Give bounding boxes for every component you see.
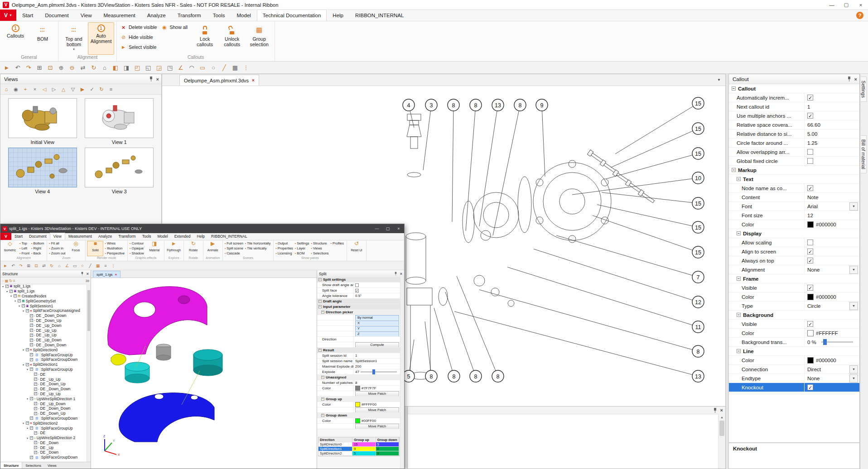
visibility-checkbox[interactable] (34, 412, 37, 415)
prop-allow-scaling[interactable]: Allow scaling (729, 238, 859, 247)
visibility-checkbox[interactable] (26, 421, 29, 425)
visibility-checkbox[interactable] (34, 388, 37, 391)
grid-icon[interactable]: ▦ (5, 279, 9, 283)
ribbon-tab-transform[interactable]: Transform (115, 233, 139, 239)
prop-next-callout-id[interactable]: Next callout id1 (729, 102, 859, 111)
expander-icon[interactable]: ▾ (22, 363, 25, 366)
structure-tab-structure[interactable]: Structure (0, 462, 22, 469)
split-group-direction-picker[interactable]: −Direction picker (317, 310, 400, 315)
prop-always-on-top[interactable]: Always on top✓ (729, 256, 859, 265)
direction-cell[interactable]: SplitDirection1 (318, 447, 352, 451)
3d-part-magenta-saddle[interactable] (108, 287, 207, 355)
prop-node-name-as-co[interactable]: Node name as co...✓ (729, 184, 859, 193)
prop-color[interactable]: Color#000000 (729, 292, 859, 302)
color-swatch[interactable] (355, 386, 360, 391)
visibility-checkbox[interactable] (30, 343, 33, 346)
slider-thumb[interactable] (372, 369, 375, 374)
split-prop-color[interactable]: Color#00FF00 (317, 418, 400, 424)
split-group-group-up[interactable]: −Group up (317, 397, 400, 402)
home-icon[interactable]: ⌂ (56, 262, 63, 269)
split-group-result[interactable]: −Result (317, 348, 400, 353)
tree-item[interactable]: ▾▣SplitSession1 (0, 303, 87, 308)
tree-item[interactable]: ▾▥SplitFaceGroupUp (0, 426, 87, 431)
tree-item[interactable]: ▾▤CreatedNodes (0, 294, 87, 299)
split-group-split-settings[interactable]: −Split settings (317, 277, 400, 282)
expand-collapse-icon[interactable]: − (318, 300, 322, 303)
zoom-in-icon[interactable]: ⊕ (56, 62, 66, 72)
play-icon[interactable]: ▶ (78, 85, 87, 94)
split-scene-button[interactable]: ▪Split scene (224, 246, 245, 251)
pointer-icon[interactable]: ► (2, 62, 12, 72)
right-button[interactable]: ▪Right (31, 246, 45, 251)
settings-icon[interactable]: ≡ (106, 85, 116, 94)
tree-item[interactable]: ▾≈UpWireSplitDirection 2 (0, 436, 87, 440)
rotate-button[interactable]: ↻Rotate (185, 241, 202, 256)
prop-content[interactable]: ContentNote (729, 193, 859, 202)
wires-button[interactable]: ▪Wires (104, 241, 126, 246)
tree-item[interactable]: ▫DE _Down_Down (0, 343, 87, 348)
split-group-input-parameter[interactable]: −Input parameter (317, 304, 400, 310)
bom-button[interactable]: ▪BOM (294, 251, 311, 256)
structure-button[interactable]: ▪Structure (310, 241, 330, 246)
expander-icon[interactable]: ▾ (10, 294, 13, 297)
prop-color[interactable]: Color#000000 (729, 356, 859, 365)
visibility-checkbox[interactable] (30, 353, 33, 356)
close-button[interactable]: × (393, 224, 404, 233)
expander-icon[interactable]: ▾ (26, 397, 29, 400)
licensing-button[interactable]: ▪Licensing (275, 251, 294, 256)
group-up-cell[interactable]: 15 (352, 442, 376, 447)
close-icon[interactable]: × (400, 272, 402, 276)
expander-icon[interactable]: ▾ (14, 299, 17, 302)
scrollbar[interactable] (87, 284, 91, 462)
expander-icon[interactable]: ▾ (26, 368, 29, 371)
checkbox[interactable]: ✓ (807, 384, 813, 390)
structure-tab-views[interactable]: Views (44, 462, 60, 469)
checkbox[interactable]: ✓ (807, 285, 813, 291)
split-prop-color[interactable]: Color#7F7F7F (317, 386, 400, 391)
prop-color[interactable]: Color#000000 (729, 220, 859, 229)
minimize-button[interactable]: — (371, 224, 382, 233)
measure-icon[interactable]: ∠ (63, 262, 71, 269)
layer-button[interactable]: ▪Layer (294, 246, 311, 251)
bom-button[interactable]: ••• •••BOM (29, 22, 56, 55)
visibility-checkbox[interactable] (30, 358, 33, 361)
group-selection-button[interactable]: ▦Group selection (246, 22, 272, 55)
rect-icon[interactable]: ▭ (71, 262, 78, 269)
slider-track[interactable] (361, 371, 397, 373)
shadow-button[interactable]: ▪Shadow (129, 251, 145, 256)
prop-relative-space-covera[interactable]: Relative space covera...66.60 (729, 120, 859, 129)
pin-icon[interactable] (847, 77, 851, 81)
checkbox[interactable]: ✓ (807, 321, 813, 327)
split-prop-move-patch[interactable]: Move Patch (317, 407, 400, 413)
expander-icon[interactable]: ▾ (26, 426, 29, 430)
settings-icon[interactable]: ≡ (13, 279, 15, 283)
checkbox[interactable] (807, 158, 813, 164)
expand-collapse-icon[interactable]: − (318, 305, 322, 308)
visibility-checkbox[interactable] (30, 416, 33, 420)
focus-button[interactable]: ◎Focus (68, 241, 84, 256)
checkbox[interactable]: ✓ (807, 249, 813, 254)
view-bottom-icon[interactable]: ◱ (143, 62, 153, 72)
visibility-checkbox[interactable] (26, 348, 29, 351)
camera-icon[interactable]: ◉ (11, 85, 20, 94)
tree-item[interactable]: ▫DE _Down_Up (0, 318, 87, 323)
ribbon-tab-document[interactable]: Document (26, 233, 50, 239)
visibility-checkbox[interactable] (34, 407, 37, 410)
tree-item[interactable]: ▾▣split_1.igs (0, 284, 87, 289)
direction-cell[interactable]: SplitDirection2 (318, 451, 352, 456)
prop-knockout[interactable]: Knockout✓ (729, 383, 859, 392)
bottom-button[interactable]: ▪Bottom (31, 241, 45, 246)
zoom-out-button[interactable]: ▪Zoom out (48, 251, 67, 256)
prop-group-background[interactable]: −Background (729, 311, 859, 320)
home-icon[interactable]: ⌂ (2, 85, 11, 94)
checkbox[interactable]: ✓ (807, 113, 813, 119)
close-icon[interactable]: × (854, 77, 857, 82)
move-patch-button[interactable]: Move Patch (355, 391, 399, 396)
ribbon-tab-help[interactable]: Help (327, 10, 349, 21)
prop-endtype[interactable]: EndtypeNone▼ (729, 374, 859, 383)
visibility-checkbox[interactable] (5, 285, 9, 288)
close-icon[interactable]: × (87, 272, 89, 276)
pin-icon[interactable] (81, 272, 83, 276)
pin-icon[interactable] (149, 77, 153, 81)
split-prop-move-patch[interactable]: Move Patch (317, 424, 400, 429)
